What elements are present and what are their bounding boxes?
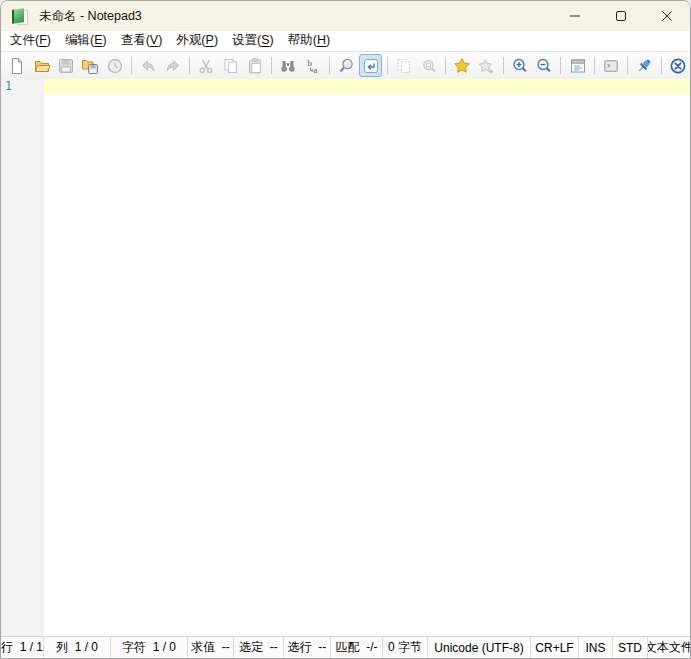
- status-occurrences[interactable]: 匹配 -/-: [331, 637, 383, 658]
- open-file-button[interactable]: [30, 54, 52, 77]
- toolbar-separator: [271, 57, 272, 74]
- menu-item-help[interactable]: 帮助(H): [281, 31, 337, 51]
- status-selection[interactable]: 选定 --: [234, 637, 284, 658]
- toolbar-separator: [503, 57, 504, 74]
- redo-arrow-icon: [164, 57, 182, 75]
- window-controls: [552, 1, 690, 31]
- star-plus-icon: [477, 57, 495, 75]
- maximize-button[interactable]: [598, 1, 644, 31]
- execute-button: [600, 54, 622, 77]
- menu-item-file[interactable]: 文件(F): [3, 31, 58, 51]
- status-override-mode[interactable]: STD: [613, 637, 648, 658]
- status-file-size[interactable]: 0 字节: [383, 637, 428, 658]
- status-evaluation[interactable]: 求值 --: [188, 637, 234, 658]
- magnifier-minus-icon: [535, 57, 553, 75]
- svg-text:b: b: [307, 58, 312, 68]
- circle-x-icon: [669, 57, 687, 75]
- file-history-button: [104, 54, 126, 77]
- new-file-icon: [8, 57, 26, 75]
- copy-pages-icon: [222, 57, 240, 75]
- editor-area[interactable]: 1: [1, 79, 690, 636]
- save-copy-button: [393, 54, 415, 77]
- clipboard-paste-icon: [246, 57, 264, 75]
- magnifier-plus-icon: [511, 57, 529, 75]
- status-bar: 行 1 / 1列 1 / 0字符 1 / 0求值 --选定 --选行 --匹配 …: [1, 636, 690, 658]
- minimize-button[interactable]: [552, 1, 598, 31]
- star-icon: [453, 57, 471, 75]
- reset-zoom-button: [417, 54, 439, 77]
- add-favorite-button: [475, 54, 497, 77]
- new-file-button[interactable]: [6, 54, 28, 77]
- zoom-in-button[interactable]: [509, 54, 531, 77]
- menu-item-edit[interactable]: 编辑(E): [58, 31, 114, 51]
- menu-item-view[interactable]: 查看(V): [114, 31, 170, 51]
- history-clock-icon: [106, 57, 124, 75]
- folder-floppy-icon: [81, 57, 99, 75]
- pushpin-icon: [635, 57, 653, 75]
- undo-button: [137, 54, 159, 77]
- open-folder-icon: [33, 57, 51, 75]
- exit-button[interactable]: [667, 54, 689, 77]
- floppy-save-icon: [57, 57, 75, 75]
- word-wrap-button[interactable]: [359, 54, 381, 77]
- window-title: 未命名 - Notepad3: [39, 8, 142, 25]
- status-insert-mode[interactable]: INS: [579, 637, 613, 658]
- notepad3-app-icon: [11, 8, 28, 25]
- status-column-position[interactable]: 列 1 / 0: [44, 637, 111, 658]
- search-document-button[interactable]: [335, 54, 357, 77]
- cut-button: [195, 54, 217, 77]
- status-character-position[interactable]: 字符 1 / 0: [111, 637, 188, 658]
- status-line-position[interactable]: 行 1 / 1: [1, 637, 44, 658]
- pin-on-top-button[interactable]: [633, 54, 655, 77]
- title-bar: 未命名 - Notepad3: [1, 1, 690, 31]
- current-line-highlight: [44, 79, 690, 94]
- status-file-scheme[interactable]: 文本文件: [648, 637, 690, 658]
- replace-button[interactable]: ba: [302, 54, 324, 77]
- status-eol-mode[interactable]: CR+LF: [531, 637, 579, 658]
- toolbar-separator: [560, 57, 561, 74]
- minimize-icon: [569, 10, 581, 22]
- toolbar-separator: [594, 57, 595, 74]
- toolbar-separator: [627, 57, 628, 74]
- redo-button: [162, 54, 184, 77]
- toolbar-separator: [131, 57, 132, 74]
- terminal-window-icon: [602, 57, 620, 75]
- menu-bar: 文件(F)编辑(E)查看(V)外观(P)设置(S)帮助(H): [1, 31, 690, 51]
- save-as-button[interactable]: [79, 54, 101, 77]
- toolbar-separator: [661, 57, 662, 74]
- paste-button: [244, 54, 266, 77]
- scissors-icon: [197, 57, 215, 75]
- status-selected-lines[interactable]: 选行 --: [284, 637, 331, 658]
- menu-item-settings[interactable]: 设置(S): [225, 31, 281, 51]
- properties-window-icon: [569, 57, 587, 75]
- save-button: [55, 54, 77, 77]
- toolbar-separator: [445, 57, 446, 74]
- find-button[interactable]: [277, 54, 299, 77]
- light-pages-icon: [395, 57, 413, 75]
- replace-ba-icon: ba: [304, 57, 322, 75]
- word-wrap-return-icon: [362, 57, 380, 75]
- open-favorites-button[interactable]: [451, 54, 473, 77]
- status-encoding[interactable]: Unicode (UTF-8): [428, 637, 531, 658]
- magnifier-document-icon: [337, 57, 355, 75]
- toolbar: ba: [1, 51, 690, 79]
- close-icon: [661, 10, 673, 22]
- zoom-out-button[interactable]: [533, 54, 555, 77]
- text-area[interactable]: [44, 79, 690, 636]
- close-button[interactable]: [644, 1, 690, 31]
- svg-text:a: a: [313, 64, 317, 74]
- settings-button[interactable]: [566, 54, 588, 77]
- line-number: 1: [1, 79, 44, 94]
- maximize-icon: [615, 10, 627, 22]
- toolbar-separator: [387, 57, 388, 74]
- copy-button: [219, 54, 241, 77]
- undo-arrow-icon: [139, 57, 157, 75]
- notepad3-window: 未命名 - Notepad3 文件(F)编辑(E)查看(V)外观(P)设置(S)…: [0, 0, 691, 659]
- binoculars-icon: [279, 57, 297, 75]
- toolbar-separator: [329, 57, 330, 74]
- magnifier-selection-icon: [420, 57, 438, 75]
- toolbar-separator: [189, 57, 190, 74]
- line-number-margin: 1: [1, 79, 44, 636]
- menu-item-appearance[interactable]: 外观(P): [169, 31, 225, 51]
